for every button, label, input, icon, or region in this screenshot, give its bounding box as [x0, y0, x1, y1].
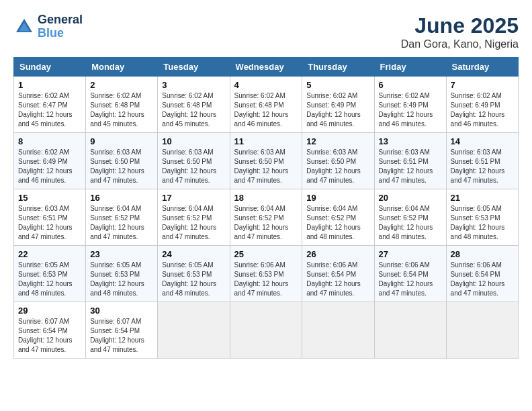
day-detail: Sunrise: 6:02 AMSunset: 6:47 PMDaylight:…	[18, 92, 73, 128]
day-number: 12	[306, 136, 369, 146]
day-number: 3	[162, 80, 225, 90]
week-row-1: 1 Sunrise: 6:02 AMSunset: 6:47 PMDayligh…	[14, 77, 519, 133]
calendar-cell	[158, 302, 230, 359]
day-number: 27	[379, 249, 442, 259]
day-detail: Sunrise: 6:04 AMSunset: 6:52 PMDaylight:…	[90, 205, 144, 240]
day-detail: Sunrise: 6:03 AMSunset: 6:50 PMDaylight:…	[162, 148, 216, 184]
day-number: 11	[234, 136, 298, 146]
calendar-cell: 1 Sunrise: 6:02 AMSunset: 6:47 PMDayligh…	[14, 77, 86, 133]
calendar-cell: 8 Sunrise: 6:02 AMSunset: 6:49 PMDayligh…	[14, 133, 86, 189]
calendar-cell: 19 Sunrise: 6:04 AMSunset: 6:52 PMDaylig…	[302, 189, 374, 246]
day-detail: Sunrise: 6:03 AMSunset: 6:51 PMDaylight:…	[379, 148, 433, 184]
day-number: 18	[234, 193, 298, 203]
calendar-table: SundayMondayTuesdayWednesdayThursdayFrid…	[13, 57, 519, 359]
calendar-cell: 16 Sunrise: 6:04 AMSunset: 6:52 PMDaylig…	[86, 189, 158, 246]
calendar-cell: 29 Sunrise: 6:07 AMSunset: 6:54 PMDaylig…	[14, 302, 86, 359]
logo: GeneralBlue	[13, 13, 83, 40]
day-number: 15	[18, 193, 81, 203]
calendar-cell	[302, 302, 374, 359]
calendar-cell: 22 Sunrise: 6:05 AMSunset: 6:53 PMDaylig…	[14, 246, 86, 302]
week-row-3: 15 Sunrise: 6:03 AMSunset: 6:51 PMDaylig…	[14, 189, 519, 246]
calendar-cell: 6 Sunrise: 6:02 AMSunset: 6:49 PMDayligh…	[374, 77, 446, 133]
day-number: 25	[234, 249, 298, 259]
day-number: 1	[18, 80, 81, 90]
day-detail: Sunrise: 6:07 AMSunset: 6:54 PMDaylight:…	[90, 318, 144, 353]
day-detail: Sunrise: 6:06 AMSunset: 6:54 PMDaylight:…	[451, 261, 505, 297]
calendar-cell: 24 Sunrise: 6:05 AMSunset: 6:53 PMDaylig…	[158, 246, 230, 302]
day-detail: Sunrise: 6:02 AMSunset: 6:49 PMDaylight:…	[379, 92, 433, 128]
calendar-cell: 18 Sunrise: 6:04 AMSunset: 6:52 PMDaylig…	[230, 189, 302, 246]
day-number: 22	[18, 249, 81, 259]
calendar-cell: 14 Sunrise: 6:03 AMSunset: 6:51 PMDaylig…	[446, 133, 518, 189]
calendar-cell: 7 Sunrise: 6:02 AMSunset: 6:49 PMDayligh…	[446, 77, 518, 133]
day-number: 23	[90, 249, 153, 259]
day-detail: Sunrise: 6:03 AMSunset: 6:50 PMDaylight:…	[306, 148, 361, 184]
calendar-cell: 30 Sunrise: 6:07 AMSunset: 6:54 PMDaylig…	[86, 302, 158, 359]
day-detail: Sunrise: 6:02 AMSunset: 6:48 PMDaylight:…	[90, 92, 144, 128]
calendar-cell: 28 Sunrise: 6:06 AMSunset: 6:54 PMDaylig…	[446, 246, 518, 302]
day-detail: Sunrise: 6:04 AMSunset: 6:52 PMDaylight:…	[162, 205, 216, 240]
day-detail: Sunrise: 6:05 AMSunset: 6:53 PMDaylight:…	[90, 261, 144, 297]
day-number: 16	[90, 193, 153, 203]
calendar-cell: 10 Sunrise: 6:03 AMSunset: 6:50 PMDaylig…	[158, 133, 230, 189]
header-row: SundayMondayTuesdayWednesdayThursdayFrid…	[14, 58, 519, 77]
column-header-friday: Friday	[374, 58, 446, 77]
day-detail: Sunrise: 6:03 AMSunset: 6:51 PMDaylight:…	[451, 148, 505, 184]
day-number: 2	[90, 80, 153, 90]
day-detail: Sunrise: 6:03 AMSunset: 6:50 PMDaylight:…	[90, 148, 144, 184]
column-header-monday: Monday	[86, 58, 158, 77]
day-number: 10	[162, 136, 225, 146]
calendar-cell: 9 Sunrise: 6:03 AMSunset: 6:50 PMDayligh…	[86, 133, 158, 189]
week-row-4: 22 Sunrise: 6:05 AMSunset: 6:53 PMDaylig…	[14, 246, 519, 302]
calendar-cell: 11 Sunrise: 6:03 AMSunset: 6:50 PMDaylig…	[230, 133, 302, 189]
calendar-cell	[374, 302, 446, 359]
day-number: 5	[306, 80, 369, 90]
logo-text: GeneralBlue	[38, 13, 83, 40]
day-number: 30	[90, 306, 153, 316]
day-number: 29	[18, 306, 81, 316]
logo-icon	[13, 16, 35, 38]
calendar-cell: 20 Sunrise: 6:04 AMSunset: 6:52 PMDaylig…	[374, 189, 446, 246]
day-number: 13	[379, 136, 442, 146]
calendar-cell: 27 Sunrise: 6:06 AMSunset: 6:54 PMDaylig…	[374, 246, 446, 302]
calendar-cell: 15 Sunrise: 6:03 AMSunset: 6:51 PMDaylig…	[14, 189, 86, 246]
calendar-cell: 12 Sunrise: 6:03 AMSunset: 6:50 PMDaylig…	[302, 133, 374, 189]
calendar-cell: 2 Sunrise: 6:02 AMSunset: 6:48 PMDayligh…	[86, 77, 158, 133]
calendar-cell: 13 Sunrise: 6:03 AMSunset: 6:51 PMDaylig…	[374, 133, 446, 189]
day-number: 4	[234, 80, 298, 90]
column-header-tuesday: Tuesday	[158, 58, 230, 77]
day-detail: Sunrise: 6:06 AMSunset: 6:54 PMDaylight:…	[306, 261, 361, 297]
week-row-2: 8 Sunrise: 6:02 AMSunset: 6:49 PMDayligh…	[14, 133, 519, 189]
calendar-cell: 5 Sunrise: 6:02 AMSunset: 6:49 PMDayligh…	[302, 77, 374, 133]
calendar-cell: 4 Sunrise: 6:02 AMSunset: 6:48 PMDayligh…	[230, 77, 302, 133]
day-detail: Sunrise: 6:05 AMSunset: 6:53 PMDaylight:…	[18, 261, 73, 297]
day-number: 6	[379, 80, 442, 90]
day-detail: Sunrise: 6:03 AMSunset: 6:50 PMDaylight:…	[234, 148, 289, 184]
day-number: 17	[162, 193, 225, 203]
day-detail: Sunrise: 6:02 AMSunset: 6:49 PMDaylight:…	[18, 148, 73, 184]
day-detail: Sunrise: 6:02 AMSunset: 6:48 PMDaylight:…	[162, 92, 216, 128]
day-detail: Sunrise: 6:04 AMSunset: 6:52 PMDaylight:…	[234, 205, 289, 240]
calendar-cell: 21 Sunrise: 6:05 AMSunset: 6:53 PMDaylig…	[446, 189, 518, 246]
day-number: 8	[18, 136, 81, 146]
day-detail: Sunrise: 6:02 AMSunset: 6:49 PMDaylight:…	[306, 92, 361, 128]
day-detail: Sunrise: 6:04 AMSunset: 6:52 PMDaylight:…	[306, 205, 361, 240]
day-number: 14	[451, 136, 514, 146]
calendar-cell: 26 Sunrise: 6:06 AMSunset: 6:54 PMDaylig…	[302, 246, 374, 302]
column-header-sunday: Sunday	[14, 58, 86, 77]
calendar-cell	[446, 302, 518, 359]
day-detail: Sunrise: 6:05 AMSunset: 6:53 PMDaylight:…	[451, 205, 505, 240]
day-detail: Sunrise: 6:06 AMSunset: 6:53 PMDaylight:…	[234, 261, 289, 297]
day-detail: Sunrise: 6:03 AMSunset: 6:51 PMDaylight:…	[18, 205, 73, 240]
day-number: 26	[306, 249, 369, 259]
calendar-title: June 2025	[401, 13, 519, 38]
day-number: 9	[90, 136, 153, 146]
calendar-cell: 23 Sunrise: 6:05 AMSunset: 6:53 PMDaylig…	[86, 246, 158, 302]
day-detail: Sunrise: 6:06 AMSunset: 6:54 PMDaylight:…	[379, 261, 433, 297]
day-number: 19	[306, 193, 369, 203]
header: GeneralBlue June 2025 Dan Gora, Kano, Ni…	[13, 13, 519, 50]
calendar-cell: 17 Sunrise: 6:04 AMSunset: 6:52 PMDaylig…	[158, 189, 230, 246]
column-header-thursday: Thursday	[302, 58, 374, 77]
column-header-wednesday: Wednesday	[230, 58, 302, 77]
calendar-cell: 25 Sunrise: 6:06 AMSunset: 6:53 PMDaylig…	[230, 246, 302, 302]
